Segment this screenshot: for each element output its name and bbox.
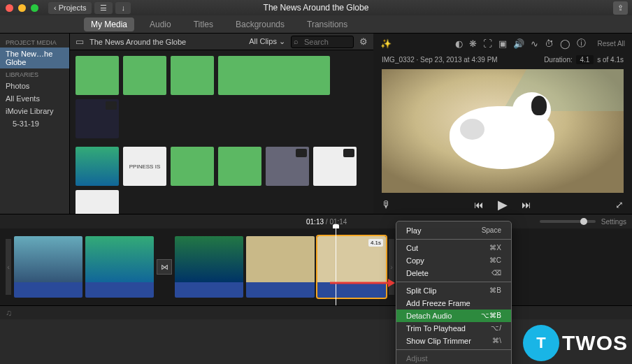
filter-icon[interactable]: ◯	[560, 38, 570, 49]
close-window-button[interactable]	[6, 4, 13, 12]
timeline-clip[interactable]	[14, 236, 82, 298]
preview-viewer[interactable]	[382, 69, 624, 193]
browser-clip[interactable]	[171, 56, 214, 95]
color-balance-icon[interactable]: ◐	[455, 38, 463, 49]
next-frame-button[interactable]: ⏭	[522, 199, 531, 210]
tab-transitions[interactable]: Transitions	[300, 17, 354, 31]
fullscreen-icon[interactable]: ⤢	[615, 199, 624, 210]
playhead[interactable]	[336, 228, 336, 305]
browser-options-icon[interactable]: ⚙	[359, 36, 368, 47]
cm-show-clip-trimmer[interactable]: Show Clip Trimmer⌘\	[396, 335, 511, 347]
preview-toolbar: ✨ ◐ ❋ ⛶ ▣ 🔊 ∿ ⏱ ◯ ⓘ Reset All	[373, 34, 632, 53]
volume-icon[interactable]: 🔊	[513, 38, 524, 49]
camera-icon	[296, 149, 307, 157]
preview-pane: ✨ ◐ ❋ ⛶ ▣ 🔊 ∿ ⏱ ◯ ⓘ Reset All IMG_0332 ·…	[373, 34, 632, 214]
media-tabs: My Media Audio Titles Backgrounds Transi…	[0, 15, 632, 34]
timeline-end-handle[interactable]: ›	[389, 239, 394, 295]
browser-clip[interactable]	[76, 147, 119, 186]
timeline-clip-selected[interactable]: 4.1s	[317, 236, 386, 298]
voiceover-icon[interactable]: 🎙	[382, 199, 392, 210]
camera-icon	[343, 149, 354, 157]
reset-all-button[interactable]: Reset All	[598, 40, 625, 48]
browser-clip[interactable]	[76, 190, 119, 214]
preview-frame	[382, 69, 624, 193]
sidebar-imovie-library[interactable]: iMovie Library	[0, 105, 69, 117]
timeline-clip[interactable]	[175, 236, 243, 298]
cm-delete[interactable]: Delete⌫	[396, 267, 511, 279]
tab-backgrounds[interactable]: Backgrounds	[229, 17, 292, 31]
search-input[interactable]	[291, 36, 354, 48]
info-icon[interactable]: ⓘ	[577, 37, 586, 50]
library-sidebar: Project Media The New…he Globe Libraries…	[0, 34, 70, 214]
sidebar-all-events[interactable]: All Events	[0, 92, 69, 105]
share-button[interactable]: ⇪	[613, 1, 628, 15]
cm-cut[interactable]: Cut⌘X	[396, 242, 511, 254]
noise-reduce-icon[interactable]: ∿	[531, 38, 538, 49]
browser-breadcrumb: The News Around the Globe	[89, 38, 186, 46]
browser-clip[interactable]	[123, 56, 166, 95]
timeline-footer: ♫	[0, 305, 632, 319]
music-well-icon[interactable]: ♫	[6, 308, 12, 318]
cm-detach-audio[interactable]: Detach Audio⌥⌘B	[396, 310, 511, 322]
prev-frame-button[interactable]: ⏮	[474, 199, 484, 210]
camera-icon	[106, 101, 117, 110]
traffic-lights	[0, 4, 38, 12]
sidebar-project-media-header: Project Media	[0, 36, 69, 48]
duration-field[interactable]: 4.1	[576, 55, 594, 64]
context-menu: PlaySpace Cut⌘X Copy⌘C Delete⌫ Split Cli…	[396, 221, 512, 364]
minimize-window-button[interactable]	[18, 4, 26, 12]
stabilize-icon[interactable]: ▣	[498, 38, 507, 49]
watermark-text: TWOS	[562, 331, 628, 355]
enhance-icon[interactable]: ✨	[380, 38, 392, 49]
speed-icon[interactable]: ⏱	[545, 38, 554, 49]
timeline-track[interactable]: ‹ ⋈ 4.1s ›	[0, 228, 632, 305]
zoom-slider[interactable]	[540, 220, 596, 223]
media-browser[interactable]: PPINESS IS iDB	[70, 50, 373, 214]
back-to-projects-button[interactable]: ‹ Projects	[48, 2, 92, 14]
settings-button[interactable]: Settings	[601, 218, 626, 226]
cm-split-clip[interactable]: Split Clip⌘B	[396, 284, 511, 297]
player-controls: 🎙 ⏮ ▶ ⏭ ⤢	[373, 196, 632, 214]
play-button[interactable]: ▶	[498, 197, 508, 212]
browser-clip[interactable]	[76, 99, 119, 138]
timecode: 01:13 / 01:14	[306, 218, 347, 226]
browser-clip[interactable]	[171, 147, 214, 186]
browser-clip[interactable]	[218, 56, 330, 95]
back-label: Projects	[59, 3, 87, 12]
browser-clip[interactable]	[313, 147, 357, 186]
cm-play[interactable]: PlaySpace	[396, 224, 511, 237]
cm-trim-to-playhead[interactable]: Trim To Playhead⌥/	[396, 322, 511, 335]
crop-icon[interactable]: ⛶	[483, 38, 492, 49]
filmstrip-toggle-icon[interactable]: ▭	[76, 36, 84, 47]
zoom-window-button[interactable]	[31, 4, 38, 12]
browser-clip[interactable]: PPINESS IS	[123, 147, 166, 186]
clip-filter-dropdown[interactable]: All Clips ⌄	[249, 37, 285, 46]
timeline-clip[interactable]	[246, 236, 315, 298]
timeline-clip[interactable]	[85, 236, 154, 298]
tab-my-media[interactable]: My Media	[84, 17, 134, 31]
cm-add-freeze-frame[interactable]: Add Freeze Frame	[396, 297, 511, 310]
timeline-header: 01:13 / 01:14 Settings	[0, 214, 632, 228]
timeline-start-handle[interactable]: ‹	[6, 239, 11, 295]
browser-header: ▭ The News Around the Globe All Clips ⌄ …	[70, 34, 373, 50]
sidebar-photos[interactable]: Photos	[0, 80, 69, 92]
window-titlebar: ‹ Projects ☰ ↓ The News Around the Globe…	[0, 0, 632, 15]
browser-clip[interactable]	[266, 147, 309, 186]
search-box: ⌕	[291, 36, 354, 48]
import-button[interactable]: ↓	[115, 2, 131, 14]
watermark: T TWOS	[523, 325, 628, 361]
sidebar-project-item[interactable]: The New…he Globe	[0, 48, 69, 68]
timeline-area: 01:13 / 01:14 Settings ‹ ⋈ 4.1s › ♫	[0, 214, 632, 319]
library-list-button[interactable]: ☰	[94, 2, 113, 14]
cm-adjust: Adjust	[396, 352, 511, 364]
duration-readout: Duration: 4.1 s of 4.1s	[544, 56, 624, 64]
browser-clip[interactable]	[218, 147, 261, 186]
tab-audio[interactable]: Audio	[143, 17, 178, 31]
cm-copy[interactable]: Copy⌘C	[396, 254, 511, 267]
sidebar-libraries-header: Libraries	[0, 68, 69, 80]
tab-titles[interactable]: Titles	[187, 17, 220, 31]
browser-clip[interactable]	[76, 56, 119, 95]
transition-icon[interactable]: ⋈	[157, 259, 172, 275]
color-correct-icon[interactable]: ❋	[469, 38, 477, 49]
sidebar-event-date[interactable]: 5-31-19	[0, 117, 69, 130]
